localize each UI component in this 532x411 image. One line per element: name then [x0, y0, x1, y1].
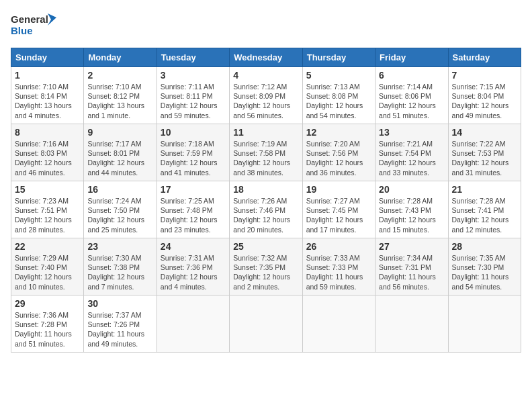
calendar-cell: 7Sunrise: 7:15 AMSunset: 8:04 PMDaylight…	[448, 67, 521, 124]
day-info: Sunrise: 7:24 AMSunset: 7:50 PMDaylight:…	[87, 196, 152, 234]
day-info: Sunrise: 7:28 AMSunset: 7:41 PMDaylight:…	[452, 196, 517, 234]
day-info: Sunrise: 7:22 AMSunset: 7:53 PMDaylight:…	[452, 139, 517, 177]
calendar-cell	[157, 295, 229, 353]
day-number: 6	[379, 70, 444, 81]
calendar-week-4: 22Sunrise: 7:29 AMSunset: 7:40 PMDayligh…	[11, 238, 521, 295]
day-number: 14	[452, 127, 517, 138]
day-number: 4	[233, 70, 298, 81]
day-info: Sunrise: 7:29 AMSunset: 7:40 PMDaylight:…	[15, 253, 80, 291]
day-info: Sunrise: 7:13 AMSunset: 8:08 PMDaylight:…	[306, 82, 371, 120]
day-number: 24	[161, 241, 226, 252]
calendar-cell: 19Sunrise: 7:27 AMSunset: 7:45 PMDayligh…	[302, 181, 375, 238]
calendar-cell: 24Sunrise: 7:31 AMSunset: 7:36 PMDayligh…	[157, 238, 229, 295]
calendar-cell: 16Sunrise: 7:24 AMSunset: 7:50 PMDayligh…	[84, 181, 157, 238]
day-info: Sunrise: 7:26 AMSunset: 7:46 PMDaylight:…	[233, 196, 298, 234]
day-number: 28	[452, 241, 517, 252]
calendar-cell	[302, 295, 375, 353]
day-number: 19	[306, 184, 371, 195]
calendar-cell: 28Sunrise: 7:35 AMSunset: 7:30 PMDayligh…	[448, 238, 521, 295]
weekday-header-row: SundayMondayTuesdayWednesdayThursdayFrid…	[11, 48, 521, 67]
day-info: Sunrise: 7:37 AMSunset: 7:26 PMDaylight:…	[87, 310, 152, 349]
day-number: 17	[161, 184, 226, 195]
day-number: 30	[87, 298, 152, 309]
calendar-cell: 5Sunrise: 7:13 AMSunset: 8:08 PMDaylight…	[302, 67, 375, 124]
day-info: Sunrise: 7:15 AMSunset: 8:04 PMDaylight:…	[452, 82, 517, 120]
calendar-week-2: 8Sunrise: 7:16 AMSunset: 8:03 PMDaylight…	[11, 124, 521, 181]
day-number: 7	[452, 70, 517, 81]
day-info: Sunrise: 7:21 AMSunset: 7:54 PMDaylight:…	[379, 139, 444, 177]
day-info: Sunrise: 7:14 AMSunset: 8:06 PMDaylight:…	[379, 82, 444, 120]
calendar-cell: 10Sunrise: 7:18 AMSunset: 7:59 PMDayligh…	[157, 124, 229, 181]
day-number: 3	[161, 70, 226, 81]
day-info: Sunrise: 7:33 AMSunset: 7:33 PMDaylight:…	[306, 253, 371, 291]
day-info: Sunrise: 7:16 AMSunset: 8:03 PMDaylight:…	[15, 139, 80, 177]
day-number: 16	[87, 184, 152, 195]
weekday-header-wednesday: Wednesday	[230, 48, 302, 67]
logo-svg: GeneralBlue	[11, 11, 58, 41]
day-info: Sunrise: 7:28 AMSunset: 7:43 PMDaylight:…	[379, 196, 444, 234]
calendar-cell: 4Sunrise: 7:12 AMSunset: 8:09 PMDaylight…	[230, 67, 302, 124]
weekday-header-tuesday: Tuesday	[157, 48, 229, 67]
calendar-cell: 14Sunrise: 7:22 AMSunset: 7:53 PMDayligh…	[448, 124, 521, 181]
day-number: 13	[379, 127, 444, 138]
day-info: Sunrise: 7:27 AMSunset: 7:45 PMDaylight:…	[306, 196, 371, 234]
calendar-cell: 9Sunrise: 7:17 AMSunset: 8:01 PMDaylight…	[84, 124, 157, 181]
day-number: 23	[87, 241, 152, 252]
page-header: GeneralBlue	[11, 11, 521, 41]
weekday-header-monday: Monday	[84, 48, 157, 67]
day-info: Sunrise: 7:36 AMSunset: 7:28 PMDaylight:…	[15, 310, 80, 349]
day-number: 1	[15, 70, 80, 81]
calendar-cell: 13Sunrise: 7:21 AMSunset: 7:54 PMDayligh…	[375, 124, 448, 181]
day-info: Sunrise: 7:34 AMSunset: 7:31 PMDaylight:…	[379, 253, 444, 291]
calendar-cell: 6Sunrise: 7:14 AMSunset: 8:06 PMDaylight…	[375, 67, 448, 124]
day-info: Sunrise: 7:30 AMSunset: 7:38 PMDaylight:…	[87, 253, 152, 291]
weekday-header-thursday: Thursday	[302, 48, 375, 67]
weekday-header-friday: Friday	[375, 48, 448, 67]
calendar-cell: 1Sunrise: 7:10 AMSunset: 8:14 PMDaylight…	[11, 67, 84, 124]
day-number: 8	[15, 127, 80, 138]
calendar-body: 1Sunrise: 7:10 AMSunset: 8:14 PMDaylight…	[11, 67, 521, 353]
day-info: Sunrise: 7:10 AMSunset: 8:12 PMDaylight:…	[87, 82, 152, 120]
calendar-cell: 23Sunrise: 7:30 AMSunset: 7:38 PMDayligh…	[84, 238, 157, 295]
calendar-cell: 8Sunrise: 7:16 AMSunset: 8:03 PMDaylight…	[11, 124, 84, 181]
day-info: Sunrise: 7:12 AMSunset: 8:09 PMDaylight:…	[233, 82, 298, 120]
calendar-cell: 22Sunrise: 7:29 AMSunset: 7:40 PMDayligh…	[11, 238, 84, 295]
calendar-cell: 27Sunrise: 7:34 AMSunset: 7:31 PMDayligh…	[375, 238, 448, 295]
calendar-week-5: 29Sunrise: 7:36 AMSunset: 7:28 PMDayligh…	[11, 295, 521, 353]
day-info: Sunrise: 7:18 AMSunset: 7:59 PMDaylight:…	[161, 139, 226, 177]
day-info: Sunrise: 7:31 AMSunset: 7:36 PMDaylight:…	[161, 253, 226, 291]
calendar-cell: 12Sunrise: 7:20 AMSunset: 7:56 PMDayligh…	[302, 124, 375, 181]
day-number: 15	[15, 184, 80, 195]
day-number: 21	[452, 184, 517, 195]
calendar-cell	[375, 295, 448, 353]
day-number: 12	[306, 127, 371, 138]
day-number: 27	[379, 241, 444, 252]
calendar-cell: 26Sunrise: 7:33 AMSunset: 7:33 PMDayligh…	[302, 238, 375, 295]
calendar-cell: 17Sunrise: 7:25 AMSunset: 7:48 PMDayligh…	[157, 181, 229, 238]
day-info: Sunrise: 7:35 AMSunset: 7:30 PMDaylight:…	[452, 253, 517, 291]
day-info: Sunrise: 7:23 AMSunset: 7:51 PMDaylight:…	[15, 196, 80, 234]
calendar-cell: 2Sunrise: 7:10 AMSunset: 8:12 PMDaylight…	[84, 67, 157, 124]
day-info: Sunrise: 7:19 AMSunset: 7:58 PMDaylight:…	[233, 139, 298, 177]
day-number: 10	[161, 127, 226, 138]
calendar-cell: 29Sunrise: 7:36 AMSunset: 7:28 PMDayligh…	[11, 295, 84, 353]
calendar-cell	[448, 295, 521, 353]
day-number: 25	[233, 241, 298, 252]
day-number: 9	[87, 127, 152, 138]
calendar-week-1: 1Sunrise: 7:10 AMSunset: 8:14 PMDaylight…	[11, 67, 521, 124]
day-number: 11	[233, 127, 298, 138]
day-number: 20	[379, 184, 444, 195]
calendar-cell: 30Sunrise: 7:37 AMSunset: 7:26 PMDayligh…	[84, 295, 157, 353]
calendar-cell: 11Sunrise: 7:19 AMSunset: 7:58 PMDayligh…	[230, 124, 302, 181]
weekday-header-sunday: Sunday	[11, 48, 84, 67]
day-number: 5	[306, 70, 371, 81]
day-number: 29	[15, 298, 80, 309]
calendar-week-3: 15Sunrise: 7:23 AMSunset: 7:51 PMDayligh…	[11, 181, 521, 238]
calendar-cell: 15Sunrise: 7:23 AMSunset: 7:51 PMDayligh…	[11, 181, 84, 238]
day-info: Sunrise: 7:10 AMSunset: 8:14 PMDaylight:…	[15, 82, 80, 120]
calendar-cell	[230, 295, 302, 353]
calendar-cell: 20Sunrise: 7:28 AMSunset: 7:43 PMDayligh…	[375, 181, 448, 238]
day-info: Sunrise: 7:20 AMSunset: 7:56 PMDaylight:…	[306, 139, 371, 177]
calendar-cell: 25Sunrise: 7:32 AMSunset: 7:35 PMDayligh…	[230, 238, 302, 295]
calendar-cell: 21Sunrise: 7:28 AMSunset: 7:41 PMDayligh…	[448, 181, 521, 238]
